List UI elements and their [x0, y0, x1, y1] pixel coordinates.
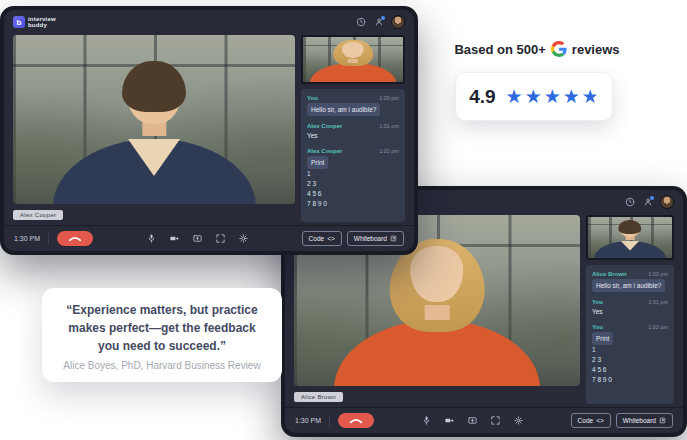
chat-message: Alice Brown1:00 pm Hello sir, am i audib…: [592, 271, 668, 292]
chat-author: You: [307, 95, 318, 101]
chat-text: Hello sir, am i audible?: [307, 103, 380, 116]
whiteboard-expand-icon: [390, 235, 397, 242]
chat-panel[interactable]: You1:00 pm Hello sir, am i audible? Alex…: [301, 89, 405, 222]
code-brackets-icon: <>: [327, 235, 335, 242]
participant-name-badge: Alex Cooper: [13, 210, 63, 220]
rating-card: 4.9 ★★★★★: [455, 72, 613, 121]
chat-message: You1:01 pm Yes: [592, 299, 668, 316]
rating-headline-suffix: reviews: [572, 42, 620, 57]
clock-icon[interactable]: [355, 17, 366, 28]
participants-icon[interactable]: [373, 17, 384, 28]
whiteboard-expand-icon: [659, 417, 666, 424]
office-background: [13, 35, 295, 204]
notification-dot: [650, 196, 654, 200]
google-g-icon: [551, 41, 567, 57]
landing-composition: Alice Brown Alice Brown1:00 pm Hello sir…: [0, 0, 687, 440]
chat-time: 1:00 pm: [379, 95, 399, 101]
microphone-icon[interactable]: [146, 230, 157, 248]
chat-author: Alice Brown: [592, 271, 627, 277]
testimonial-author: Alice Boyes, PhD, Harvard Business Revie…: [57, 360, 267, 371]
notification-dot: [381, 16, 385, 20]
chat-message: You1:00 pm Hello sir, am i audible?: [307, 95, 399, 116]
microphone-icon[interactable]: [421, 412, 432, 430]
fullscreen-icon[interactable]: [490, 412, 501, 430]
chat-text: Print: [592, 332, 613, 345]
present-screen-icon[interactable]: [192, 230, 203, 248]
chat-text: Yes: [592, 307, 668, 316]
chat-author: You: [592, 324, 603, 330]
call-time: 1:30 PM: [295, 417, 321, 424]
present-screen-icon[interactable]: [467, 412, 478, 430]
window1-header: b interviewbuddy: [4, 10, 414, 34]
rating-headline-prefix: Based on 500+: [454, 42, 545, 57]
clock-icon[interactable]: [624, 197, 635, 208]
candidate-video-figure: [334, 236, 540, 386]
star-icon: ★: [544, 87, 561, 106]
participants-icon[interactable]: [642, 197, 653, 208]
rating-headline: Based on 500+ reviews: [451, 41, 623, 57]
code-button[interactable]: Code<>: [302, 231, 342, 246]
camera-icon[interactable]: [169, 230, 180, 248]
star-icon: ★: [506, 87, 523, 106]
chat-code-lines: 1 2 3 4 5 6 7 8 9 0: [592, 345, 668, 384]
interview-buddy-logo[interactable]: b interviewbuddy: [13, 16, 56, 29]
chat-time: 1:02 pm: [648, 324, 668, 330]
whiteboard-button[interactable]: Whiteboard: [347, 231, 404, 246]
hangup-button[interactable]: [57, 231, 93, 246]
candidate-thumb-figure: [310, 39, 396, 82]
chat-author: You: [592, 299, 603, 305]
chat-code-lines: 1 2 3 4 5 6 7 8 9 0: [307, 169, 399, 208]
fullscreen-icon[interactable]: [215, 230, 226, 248]
call-toolbar: 1:30 PM Code<> Whiteboard: [4, 225, 414, 251]
chat-text: Print: [307, 156, 328, 169]
star-icon-partial: ★: [582, 87, 599, 106]
logo-mark-icon: b: [13, 16, 25, 28]
participant-name-badge: Alice Brown: [294, 392, 343, 402]
self-view-thumbnail[interactable]: [301, 35, 405, 84]
chat-message: Alex Cooper1:01 pm Yes: [307, 123, 399, 140]
chat-author: Alex Cooper: [307, 123, 342, 129]
hangup-button[interactable]: [338, 413, 374, 428]
self-view-thumbnail[interactable]: [586, 215, 674, 260]
star-rating: ★★★★★: [506, 87, 599, 106]
avatar[interactable]: [660, 195, 674, 209]
code-brackets-icon: <>: [596, 417, 604, 424]
camera-icon[interactable]: [444, 412, 455, 430]
candidate-call-window: b interviewbuddy: [0, 6, 418, 255]
rating-score: 4.9: [469, 86, 495, 108]
star-icon: ★: [525, 87, 542, 106]
main-video-interviewer: [13, 35, 295, 204]
chat-message: Alex Cooper1:02 pm Print 1 2 3 4 5 6 7 8…: [307, 148, 399, 208]
chat-text: Yes: [307, 131, 399, 140]
divider: [48, 233, 49, 245]
call-toolbar: 1:30 PM Code<> Whiteboard: [285, 407, 683, 433]
chat-message: You1:02 pm Print 1 2 3 4 5 6 7 8 9 0: [592, 324, 668, 384]
whiteboard-button[interactable]: Whiteboard: [616, 413, 673, 428]
chat-time: 1:00 pm: [648, 271, 668, 277]
chat-text: Hello sir, am i audible?: [592, 279, 665, 292]
chat-time: 1:01 pm: [648, 299, 668, 305]
code-button[interactable]: Code<>: [571, 413, 611, 428]
interviewer-thumb-figure: [594, 219, 666, 258]
settings-gear-icon[interactable]: [238, 230, 249, 248]
star-icon: ★: [563, 87, 580, 106]
divider: [329, 415, 330, 427]
settings-gear-icon[interactable]: [513, 412, 524, 430]
chat-time: 1:02 pm: [379, 148, 399, 154]
call-time: 1:30 PM: [14, 235, 40, 242]
interviewer-video-figure: [52, 55, 255, 204]
avatar[interactable]: [391, 15, 405, 29]
testimonial-text: “Experience matters, but practice makes …: [57, 301, 267, 355]
chat-panel[interactable]: Alice Brown1:00 pm Hello sir, am i audib…: [586, 265, 674, 404]
testimonial-card: “Experience matters, but practice makes …: [42, 288, 282, 382]
chat-author: Alex Cooper: [307, 148, 342, 154]
chat-time: 1:01 pm: [379, 123, 399, 129]
